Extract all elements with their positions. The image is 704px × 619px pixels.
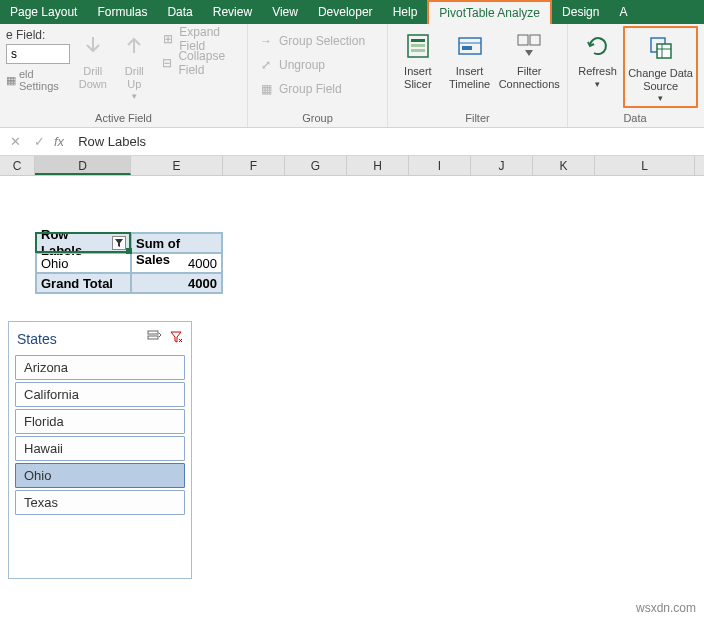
col-header-g[interactable]: G bbox=[285, 156, 347, 175]
insert-slicer-button[interactable]: Insert Slicer bbox=[392, 26, 444, 108]
col-header-e[interactable]: E bbox=[131, 156, 223, 175]
svg-rect-8 bbox=[530, 35, 540, 45]
chevron-down-icon: ▾ bbox=[658, 93, 663, 103]
cancel-icon[interactable]: ✕ bbox=[6, 134, 24, 149]
ungroup-button[interactable]: ⤢ Ungroup bbox=[254, 54, 369, 76]
svg-rect-2 bbox=[411, 44, 425, 47]
col-header-f[interactable]: F bbox=[223, 156, 285, 175]
svg-rect-1 bbox=[411, 39, 425, 42]
filter-dropdown-icon[interactable] bbox=[112, 236, 126, 250]
col-header-j[interactable]: J bbox=[471, 156, 533, 175]
tab-formulas[interactable]: Formulas bbox=[87, 0, 157, 24]
col-header-i[interactable]: I bbox=[409, 156, 471, 175]
group-label-active-field: Active Field bbox=[4, 110, 243, 127]
group-selection-icon: → bbox=[258, 33, 274, 49]
group-group: → Group Selection ⤢ Ungroup ▦ Group Fiel… bbox=[248, 24, 388, 127]
svg-rect-14 bbox=[148, 336, 158, 339]
field-settings-button[interactable]: ▦ eld Settings bbox=[6, 68, 70, 92]
refresh-button[interactable]: Refresh ▾ bbox=[572, 26, 623, 108]
slicer-item-arizona[interactable]: Arizona bbox=[15, 355, 185, 380]
tab-data[interactable]: Data bbox=[157, 0, 202, 24]
clear-filter-icon[interactable] bbox=[169, 330, 183, 347]
tab-pivottable-analyze[interactable]: PivotTable Analyze bbox=[427, 0, 552, 24]
drill-down-button[interactable]: Drill Down bbox=[72, 26, 114, 108]
timeline-icon bbox=[454, 30, 486, 62]
slicer-item-florida[interactable]: Florida bbox=[15, 409, 185, 434]
group-data: Refresh ▾ Change Data Source ▾ Data bbox=[568, 24, 702, 127]
slicer-icon bbox=[402, 30, 434, 62]
collapse-icon: ⊟ bbox=[161, 55, 173, 71]
col-header-d[interactable]: D bbox=[35, 156, 131, 175]
worksheet[interactable]: Row Labels Sum of Sales Ohio 4000 Grand … bbox=[0, 176, 704, 619]
group-active-field: e Field: ▦ eld Settings Drill Down Drill… bbox=[0, 24, 248, 127]
ribbon-tabs: Page Layout Formulas Data Review View De… bbox=[0, 0, 704, 24]
chevron-down-icon: ▾ bbox=[595, 79, 600, 89]
pivot-header-row-labels[interactable]: Row Labels bbox=[36, 233, 131, 253]
filter-connections-icon bbox=[513, 30, 545, 62]
watermark: wsxdn.com bbox=[636, 601, 696, 615]
formula-bar: ✕ ✓ fx bbox=[0, 128, 704, 156]
enter-icon[interactable]: ✓ bbox=[30, 134, 48, 149]
drill-down-icon bbox=[77, 30, 109, 62]
refresh-icon bbox=[582, 30, 614, 62]
pivot-row: Ohio 4000 bbox=[36, 253, 222, 273]
pivot-grand-total-label[interactable]: Grand Total bbox=[36, 273, 131, 293]
svg-rect-5 bbox=[462, 46, 472, 50]
group-label-group: Group bbox=[252, 110, 383, 127]
pivot-cell-label[interactable]: Ohio bbox=[36, 253, 131, 273]
svg-rect-10 bbox=[657, 44, 671, 58]
svg-rect-3 bbox=[411, 49, 425, 52]
group-label-filter: Filter bbox=[392, 110, 563, 127]
pivot-cell-value[interactable]: 4000 bbox=[131, 253, 222, 273]
col-header-h[interactable]: H bbox=[347, 156, 409, 175]
tab-review[interactable]: Review bbox=[203, 0, 262, 24]
multi-select-icon[interactable] bbox=[147, 330, 163, 347]
svg-rect-13 bbox=[148, 331, 158, 334]
active-field-input[interactable] bbox=[6, 44, 70, 64]
chevron-down-icon: ▾ bbox=[132, 91, 137, 101]
group-field-icon: ▦ bbox=[258, 81, 274, 97]
fx-button[interactable]: fx bbox=[54, 134, 64, 149]
formula-input[interactable] bbox=[70, 131, 698, 153]
field-settings-icon: ▦ bbox=[6, 74, 16, 87]
change-data-source-icon bbox=[645, 32, 677, 64]
column-headers: C D E F G H I J K L bbox=[0, 156, 704, 176]
tab-design[interactable]: Design bbox=[552, 0, 609, 24]
slicer-title: States bbox=[17, 331, 57, 347]
tab-help[interactable]: Help bbox=[383, 0, 428, 24]
collapse-field-button[interactable]: ⊟ Collapse Field bbox=[157, 52, 241, 74]
filter-connections-button[interactable]: Filter Connections bbox=[495, 26, 563, 108]
col-header-l[interactable]: L bbox=[595, 156, 695, 175]
slicer-item-hawaii[interactable]: Hawaii bbox=[15, 436, 185, 461]
change-data-source-button[interactable]: Change Data Source ▾ bbox=[623, 26, 698, 108]
tab-more[interactable]: A bbox=[609, 0, 637, 24]
pivot-grand-total-value[interactable]: 4000 bbox=[131, 273, 222, 293]
insert-timeline-button[interactable]: Insert Timeline bbox=[444, 26, 496, 108]
drill-up-icon bbox=[118, 30, 150, 62]
col-header-k[interactable]: K bbox=[533, 156, 595, 175]
ungroup-icon: ⤢ bbox=[258, 57, 274, 73]
col-header-c[interactable]: C bbox=[0, 156, 35, 175]
slicer-item-ohio[interactable]: Ohio bbox=[15, 463, 185, 488]
active-field-box: e Field: ▦ eld Settings bbox=[4, 26, 72, 94]
slicer-item-california[interactable]: California bbox=[15, 382, 185, 407]
expand-icon: ⊞ bbox=[161, 31, 174, 47]
slicer-item-texas[interactable]: Texas bbox=[15, 490, 185, 515]
group-label-data: Data bbox=[572, 110, 698, 127]
group-selection-button[interactable]: → Group Selection bbox=[254, 30, 369, 52]
group-field-button[interactable]: ▦ Group Field bbox=[254, 78, 369, 100]
ribbon: e Field: ▦ eld Settings Drill Down Drill… bbox=[0, 24, 704, 128]
drill-up-button[interactable]: Drill Up ▾ bbox=[114, 26, 156, 108]
tab-developer[interactable]: Developer bbox=[308, 0, 383, 24]
pivot-table: Row Labels Sum of Sales Ohio 4000 Grand … bbox=[35, 232, 223, 294]
expand-field-button[interactable]: ⊞ Expand Field bbox=[157, 28, 241, 50]
active-field-label: e Field: bbox=[6, 28, 70, 42]
svg-rect-7 bbox=[518, 35, 528, 45]
slicer-states[interactable]: States Arizona California Florida Hawaii… bbox=[8, 321, 192, 579]
tab-page-layout[interactable]: Page Layout bbox=[0, 0, 87, 24]
pivot-header-sum-sales[interactable]: Sum of Sales bbox=[131, 233, 222, 253]
tab-view[interactable]: View bbox=[262, 0, 308, 24]
slicer-header: States bbox=[13, 326, 187, 353]
group-filter: Insert Slicer Insert Timeline Filter Con… bbox=[388, 24, 568, 127]
